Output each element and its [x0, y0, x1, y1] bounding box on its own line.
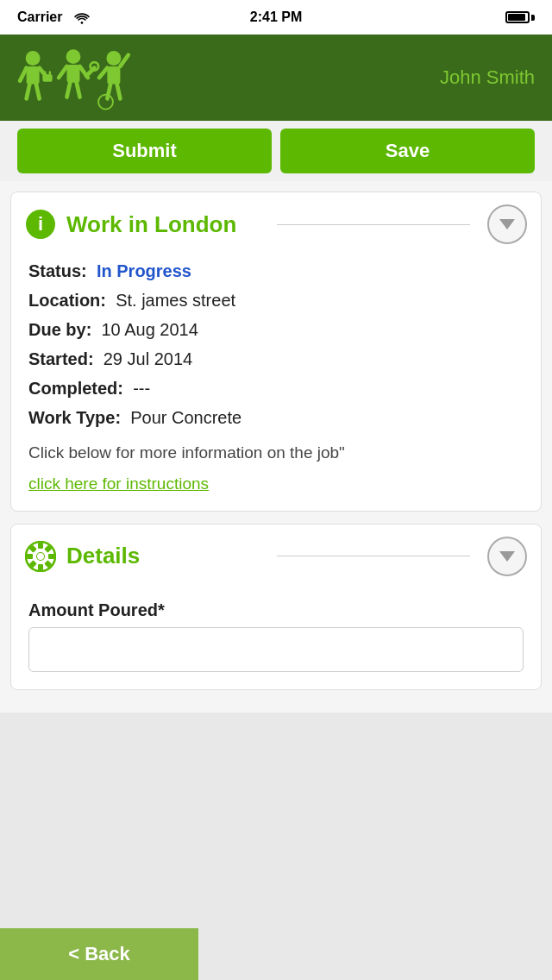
- svg-line-12: [59, 66, 66, 78]
- work-type-label: Work Type:: [28, 408, 121, 427]
- svg-rect-29: [38, 543, 43, 549]
- svg-rect-11: [67, 65, 80, 83]
- work-type-row: Work Type: Pour Concrete: [28, 403, 524, 432]
- svg-rect-5: [42, 74, 52, 81]
- save-button[interactable]: Save: [280, 129, 535, 173]
- svg-line-9: [36, 85, 40, 99]
- svg-point-18: [106, 51, 121, 66]
- app-logo: [9, 43, 138, 112]
- battery-area: [505, 11, 535, 23]
- due-by-label: Due by:: [28, 320, 91, 339]
- svg-line-8: [27, 85, 30, 99]
- username-display: John Smith: [440, 66, 535, 89]
- due-by-row: Due by: 10 Aug 2014: [28, 315, 524, 344]
- work-section-header[interactable]: i Work in London: [11, 192, 541, 256]
- work-section-chevron[interactable]: [487, 204, 527, 244]
- work-section-card: i Work in London Status: In Progress Loc…: [10, 192, 542, 512]
- info-icon: i: [25, 209, 56, 240]
- svg-rect-35: [27, 554, 33, 559]
- svg-text:i: i: [38, 213, 43, 235]
- svg-line-20: [99, 68, 107, 78]
- instructions-link[interactable]: click here for instructions: [28, 474, 209, 493]
- due-by-value: 10 Aug 2014: [101, 320, 198, 339]
- amount-poured-input[interactable]: [28, 627, 524, 672]
- started-value: 29 Jul 2014: [104, 349, 192, 368]
- details-section-title: Details: [66, 543, 260, 569]
- completed-label: Completed:: [28, 379, 123, 398]
- work-description: Click below for more information on the …: [28, 441, 524, 466]
- status-label: Status:: [28, 261, 87, 280]
- completed-value: ---: [133, 379, 150, 398]
- gear-icon: [25, 541, 56, 572]
- location-row: Location: St. james street: [28, 286, 524, 315]
- chevron-down-icon: [499, 551, 515, 562]
- svg-rect-31: [48, 554, 54, 559]
- svg-line-3: [20, 68, 27, 81]
- svg-line-16: [67, 83, 71, 97]
- status-row: Status: In Progress: [28, 256, 524, 286]
- svg-rect-2: [27, 66, 40, 85]
- work-section-divider: [277, 224, 470, 225]
- time-display: 2:41 PM: [250, 9, 302, 25]
- started-label: Started:: [28, 349, 94, 368]
- details-section-body: Amount Poured*: [11, 600, 541, 689]
- svg-line-17: [77, 83, 80, 97]
- back-button[interactable]: < Back: [0, 928, 198, 980]
- location-value: St. james street: [116, 291, 235, 310]
- svg-line-21: [120, 55, 128, 66]
- completed-row: Completed: ---: [28, 374, 524, 403]
- status-bar: Carrier 2:41 PM: [0, 0, 552, 35]
- details-section-divider: [277, 556, 470, 556]
- status-value: In Progress: [97, 261, 191, 280]
- work-section-title: Work in London: [66, 211, 260, 238]
- svg-line-24: [117, 85, 121, 99]
- svg-rect-19: [107, 66, 120, 85]
- carrier-text: Carrier: [17, 9, 90, 25]
- work-type-value: Pour Concrete: [130, 408, 242, 427]
- svg-point-10: [66, 49, 81, 64]
- svg-rect-33: [38, 564, 43, 570]
- details-section-header[interactable]: Details: [11, 525, 541, 588]
- app-header: John Smith: [0, 35, 552, 121]
- work-section-body: Status: In Progress Location: St. james …: [11, 256, 541, 511]
- submit-button[interactable]: Submit: [17, 129, 272, 173]
- location-label: Location:: [28, 291, 106, 310]
- svg-point-1: [26, 51, 41, 66]
- svg-point-37: [37, 553, 44, 560]
- svg-point-0: [80, 22, 83, 24]
- amount-poured-label: Amount Poured*: [28, 600, 524, 620]
- started-row: Started: 29 Jul 2014: [28, 344, 524, 374]
- details-section-card: Details Amount Poured*: [10, 524, 542, 690]
- toolbar: Submit Save: [0, 121, 552, 181]
- chevron-down-icon: [499, 219, 515, 229]
- battery-icon: [505, 11, 535, 23]
- details-section-chevron[interactable]: [487, 537, 527, 576]
- main-content: i Work in London Status: In Progress Loc…: [0, 181, 552, 713]
